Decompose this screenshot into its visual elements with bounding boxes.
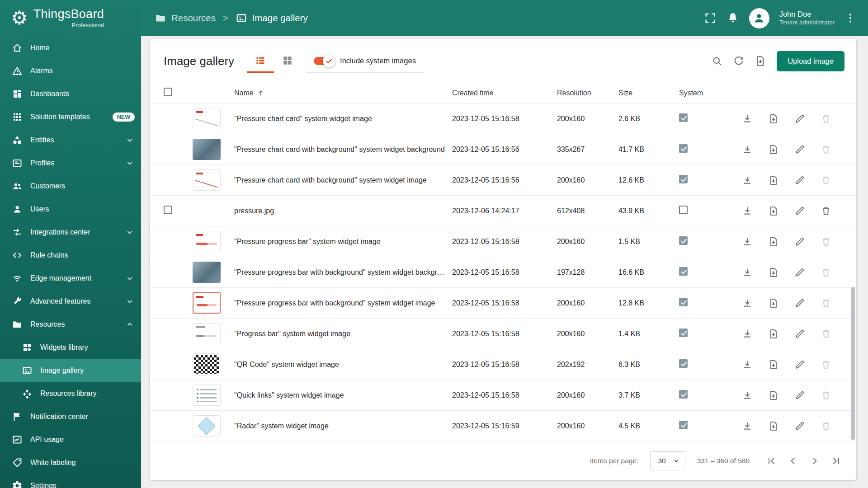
toggle-switch[interactable] (314, 57, 334, 65)
table-row[interactable]: "Pressure progress bar" system widget im… (150, 226, 856, 257)
items-per-page-select[interactable]: 30 (650, 451, 685, 470)
avatar[interactable] (749, 8, 769, 28)
grid-view-tab[interactable] (274, 49, 301, 73)
download-image-button[interactable] (738, 171, 757, 190)
sidebar-item-users[interactable]: Users (0, 197, 141, 221)
sidebar-item-home[interactable]: Home (0, 36, 141, 59)
first-page-button[interactable] (761, 451, 781, 471)
header-menu-button[interactable] (844, 12, 856, 24)
table-row[interactable]: "Pressure progress bar with background" … (150, 257, 856, 288)
notifications-button[interactable] (726, 12, 739, 24)
export-image-button[interactable] (764, 294, 783, 313)
download-image-button[interactable] (738, 109, 757, 128)
export-image-button[interactable] (764, 202, 783, 221)
file-size: 2.6 KB (618, 115, 679, 123)
edit-image-button[interactable] (790, 386, 809, 405)
last-page-button[interactable] (826, 451, 846, 471)
sidebar-item-integrations-center[interactable]: Integrations center (0, 221, 141, 244)
download-image-button[interactable] (738, 202, 757, 221)
export-image-button[interactable] (764, 171, 783, 190)
column-size[interactable]: Size (618, 89, 679, 97)
page-range-label: 331 – 360 of 580 (697, 457, 750, 465)
download-image-button[interactable] (738, 355, 757, 374)
include-system-images-toggle[interactable]: Include system images (306, 49, 424, 73)
download-image-button[interactable] (738, 232, 757, 251)
table-row[interactable]: "Pressure chart card with background" sy… (150, 165, 856, 196)
sidebar-item-rule-chains[interactable]: Rule chains (0, 244, 141, 267)
edit-image-button[interactable] (790, 140, 809, 159)
delete-image-button[interactable] (816, 202, 835, 221)
export-image-button[interactable] (764, 355, 783, 374)
export-image-button[interactable] (764, 109, 783, 128)
export-image-button[interactable] (764, 263, 783, 282)
sidebar-item-resources[interactable]: Resources (0, 313, 141, 336)
download-image-button[interactable] (738, 324, 757, 343)
sidebar-item-widgets-library[interactable]: Widgets library (0, 336, 141, 359)
edit-image-button[interactable] (790, 202, 809, 221)
sidebar-item-api-usage[interactable]: API usage (0, 428, 141, 451)
sidebar-item-profiles[interactable]: Profiles (0, 151, 141, 174)
export-image-button[interactable] (764, 140, 783, 159)
sidebar-item-dashboards[interactable]: Dashboards (0, 82, 141, 105)
sidebar-item-edge-management[interactable]: Edge management (0, 267, 141, 290)
table-row[interactable]: "Progress bar" system widget image2023-1… (150, 319, 856, 349)
search-button[interactable] (706, 50, 728, 72)
table-row[interactable]: "Radar" system widget image2023-12-05 15… (150, 411, 856, 441)
previous-page-button[interactable] (783, 451, 803, 471)
table-row[interactable]: "Pressure chart card with background" sy… (150, 134, 856, 165)
row-checkbox[interactable] (164, 206, 172, 214)
sidebar-item-label: Dashboards (30, 90, 69, 98)
file-export-icon (768, 206, 779, 216)
delete-image-button (816, 263, 835, 282)
column-resolution[interactable]: Resolution (557, 89, 618, 97)
sidebar-item-solution-templates[interactable]: Solution templatesNEW (0, 105, 141, 128)
sidebar-item-advanced-features[interactable]: Advanced features (0, 290, 141, 313)
download-image-button[interactable] (738, 417, 757, 436)
export-image-button[interactable] (764, 417, 783, 436)
table-row[interactable]: "QR Code" system widget image2023-12-05 … (150, 349, 856, 380)
refresh-button[interactable] (728, 50, 750, 72)
table-row[interactable]: "Quick links" system widget image2023-12… (150, 380, 856, 411)
select-all-checkbox[interactable] (164, 88, 172, 96)
export-image-button[interactable] (764, 324, 783, 343)
download-image-button[interactable] (738, 294, 757, 313)
edit-image-button[interactable] (790, 355, 809, 374)
edit-image-button[interactable] (790, 171, 809, 190)
edit-image-button[interactable] (790, 417, 809, 436)
scrollbar-thumb[interactable] (851, 287, 855, 440)
edit-image-button[interactable] (790, 324, 809, 343)
edit-image-button[interactable] (790, 294, 809, 313)
import-image-button[interactable] (750, 50, 771, 72)
breadcrumb-resources[interactable]: Resources (155, 12, 216, 24)
column-created-time[interactable]: Created time (452, 89, 557, 97)
export-image-button[interactable] (764, 232, 783, 251)
column-system[interactable]: System (679, 89, 738, 97)
edit-image-button[interactable] (790, 232, 809, 251)
column-name[interactable]: Name (234, 89, 452, 98)
table-row[interactable]: "Pressure progress bar with background" … (150, 288, 856, 319)
edit-image-button[interactable] (790, 263, 809, 282)
sidebar-item-notification-center[interactable]: Notification center (0, 405, 141, 428)
download-image-button[interactable] (738, 386, 757, 405)
list-view-tab[interactable] (247, 49, 274, 73)
next-page-button[interactable] (805, 451, 825, 471)
export-image-button[interactable] (764, 386, 783, 405)
sidebar-item-resources-library[interactable]: Resources library (0, 382, 141, 405)
sidebar-item-settings[interactable]: Settings (0, 474, 141, 488)
download-image-button[interactable] (738, 263, 757, 282)
delete-icon (821, 144, 831, 155)
sidebar-item-image-gallery[interactable]: Image gallery (0, 359, 141, 382)
table-row[interactable]: "Pressure chart card" system widget imag… (150, 103, 856, 134)
sidebar-item-customers[interactable]: Customers (0, 174, 141, 197)
sidebar-item-entities[interactable]: Entities (0, 128, 141, 151)
download-image-button[interactable] (738, 140, 757, 159)
sidebar-item-alarms[interactable]: Alarms (0, 59, 141, 82)
edit-image-button[interactable] (790, 109, 809, 128)
table-row[interactable]: pressure.jpg2023-12-06 14:24:17612x40843… (150, 196, 856, 226)
vertical-scrollbar[interactable] (851, 107, 855, 440)
sidebar-item-label: Integrations center (30, 228, 90, 236)
upload-image-button[interactable]: Upload image (777, 51, 844, 71)
folder-icon (155, 12, 166, 24)
sidebar-item-white-labeling[interactable]: White labeling (0, 451, 141, 474)
fullscreen-button[interactable] (704, 12, 717, 24)
